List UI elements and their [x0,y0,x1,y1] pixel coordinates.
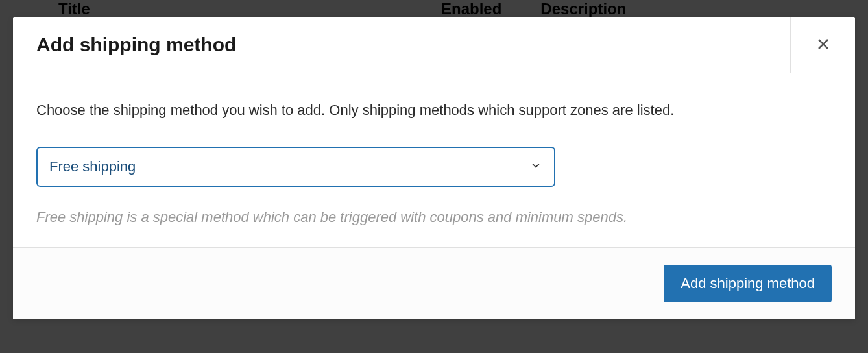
modal-title: Add shipping method [13,17,790,73]
close-icon [815,36,831,54]
column-header-enabled: Enabled [441,0,501,18]
add-shipping-method-button[interactable]: Add shipping method [664,265,832,302]
shipping-method-select-wrapper: Free shipping [36,147,555,187]
instruction-text: Choose the shipping method you wish to a… [36,99,832,121]
modal-body: Choose the shipping method you wish to a… [13,73,855,247]
shipping-method-select[interactable]: Free shipping [36,147,555,187]
modal-header: Add shipping method [13,17,855,73]
column-header-title: Title [58,0,402,18]
column-header-description: Description [540,0,626,18]
close-button[interactable] [810,32,836,58]
background-table-header: Title Enabled Description [0,0,868,18]
add-shipping-method-modal: Add shipping method Choose the shipping … [13,17,855,319]
close-button-container [790,17,855,73]
method-description-text: Free shipping is a special method which … [36,208,832,228]
modal-footer: Add shipping method [13,247,855,319]
